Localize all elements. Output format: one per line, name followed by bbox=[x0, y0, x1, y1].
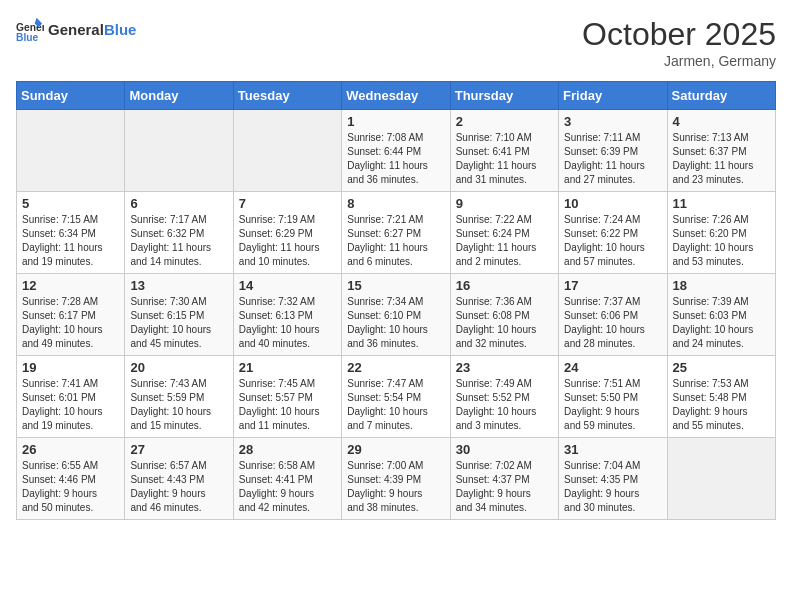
day-info: Sunrise: 7:53 AM Sunset: 5:48 PM Dayligh… bbox=[673, 377, 770, 433]
day-info: Sunrise: 7:11 AM Sunset: 6:39 PM Dayligh… bbox=[564, 131, 661, 187]
day-info: Sunrise: 6:55 AM Sunset: 4:46 PM Dayligh… bbox=[22, 459, 119, 515]
calendar-cell: 12Sunrise: 7:28 AM Sunset: 6:17 PM Dayli… bbox=[17, 274, 125, 356]
day-info: Sunrise: 7:49 AM Sunset: 5:52 PM Dayligh… bbox=[456, 377, 553, 433]
calendar-cell: 28Sunrise: 6:58 AM Sunset: 4:41 PM Dayli… bbox=[233, 438, 341, 520]
calendar-week-row: 12Sunrise: 7:28 AM Sunset: 6:17 PM Dayli… bbox=[17, 274, 776, 356]
calendar-cell: 14Sunrise: 7:32 AM Sunset: 6:13 PM Dayli… bbox=[233, 274, 341, 356]
calendar-cell: 10Sunrise: 7:24 AM Sunset: 6:22 PM Dayli… bbox=[559, 192, 667, 274]
logo: General Blue GeneralBlue bbox=[16, 16, 136, 44]
title-area: October 2025 Jarmen, Germany bbox=[582, 16, 776, 69]
calendar-cell: 3Sunrise: 7:11 AM Sunset: 6:39 PM Daylig… bbox=[559, 110, 667, 192]
day-number: 5 bbox=[22, 196, 119, 211]
calendar-cell: 31Sunrise: 7:04 AM Sunset: 4:35 PM Dayli… bbox=[559, 438, 667, 520]
day-info: Sunrise: 7:43 AM Sunset: 5:59 PM Dayligh… bbox=[130, 377, 227, 433]
day-info: Sunrise: 7:24 AM Sunset: 6:22 PM Dayligh… bbox=[564, 213, 661, 269]
calendar-cell: 23Sunrise: 7:49 AM Sunset: 5:52 PM Dayli… bbox=[450, 356, 558, 438]
calendar-cell: 9Sunrise: 7:22 AM Sunset: 6:24 PM Daylig… bbox=[450, 192, 558, 274]
calendar-cell: 20Sunrise: 7:43 AM Sunset: 5:59 PM Dayli… bbox=[125, 356, 233, 438]
calendar-cell: 26Sunrise: 6:55 AM Sunset: 4:46 PM Dayli… bbox=[17, 438, 125, 520]
calendar-cell: 15Sunrise: 7:34 AM Sunset: 6:10 PM Dayli… bbox=[342, 274, 450, 356]
calendar-cell: 17Sunrise: 7:37 AM Sunset: 6:06 PM Dayli… bbox=[559, 274, 667, 356]
page-header: General Blue GeneralBlue October 2025 Ja… bbox=[16, 16, 776, 69]
day-info: Sunrise: 7:22 AM Sunset: 6:24 PM Dayligh… bbox=[456, 213, 553, 269]
calendar-week-row: 1Sunrise: 7:08 AM Sunset: 6:44 PM Daylig… bbox=[17, 110, 776, 192]
day-info: Sunrise: 7:04 AM Sunset: 4:35 PM Dayligh… bbox=[564, 459, 661, 515]
logo-general: General bbox=[48, 21, 104, 38]
day-info: Sunrise: 7:02 AM Sunset: 4:37 PM Dayligh… bbox=[456, 459, 553, 515]
calendar-cell: 29Sunrise: 7:00 AM Sunset: 4:39 PM Dayli… bbox=[342, 438, 450, 520]
calendar-cell: 25Sunrise: 7:53 AM Sunset: 5:48 PM Dayli… bbox=[667, 356, 775, 438]
day-info: Sunrise: 7:39 AM Sunset: 6:03 PM Dayligh… bbox=[673, 295, 770, 351]
day-number: 17 bbox=[564, 278, 661, 293]
calendar-cell: 24Sunrise: 7:51 AM Sunset: 5:50 PM Dayli… bbox=[559, 356, 667, 438]
day-info: Sunrise: 7:36 AM Sunset: 6:08 PM Dayligh… bbox=[456, 295, 553, 351]
calendar-header-row: Sunday Monday Tuesday Wednesday Thursday… bbox=[17, 82, 776, 110]
day-number: 7 bbox=[239, 196, 336, 211]
day-info: Sunrise: 7:41 AM Sunset: 6:01 PM Dayligh… bbox=[22, 377, 119, 433]
calendar-cell bbox=[233, 110, 341, 192]
day-info: Sunrise: 7:37 AM Sunset: 6:06 PM Dayligh… bbox=[564, 295, 661, 351]
day-number: 18 bbox=[673, 278, 770, 293]
col-sunday: Sunday bbox=[17, 82, 125, 110]
day-number: 22 bbox=[347, 360, 444, 375]
day-number: 8 bbox=[347, 196, 444, 211]
calendar-cell: 1Sunrise: 7:08 AM Sunset: 6:44 PM Daylig… bbox=[342, 110, 450, 192]
calendar-week-row: 5Sunrise: 7:15 AM Sunset: 6:34 PM Daylig… bbox=[17, 192, 776, 274]
calendar-cell: 11Sunrise: 7:26 AM Sunset: 6:20 PM Dayli… bbox=[667, 192, 775, 274]
col-tuesday: Tuesday bbox=[233, 82, 341, 110]
day-info: Sunrise: 7:45 AM Sunset: 5:57 PM Dayligh… bbox=[239, 377, 336, 433]
month-title: October 2025 bbox=[582, 16, 776, 53]
day-number: 26 bbox=[22, 442, 119, 457]
logo-icon: General Blue bbox=[16, 16, 44, 44]
col-monday: Monday bbox=[125, 82, 233, 110]
calendar-cell: 18Sunrise: 7:39 AM Sunset: 6:03 PM Dayli… bbox=[667, 274, 775, 356]
day-number: 3 bbox=[564, 114, 661, 129]
day-number: 9 bbox=[456, 196, 553, 211]
day-info: Sunrise: 7:19 AM Sunset: 6:29 PM Dayligh… bbox=[239, 213, 336, 269]
day-info: Sunrise: 7:26 AM Sunset: 6:20 PM Dayligh… bbox=[673, 213, 770, 269]
day-number: 19 bbox=[22, 360, 119, 375]
day-info: Sunrise: 7:28 AM Sunset: 6:17 PM Dayligh… bbox=[22, 295, 119, 351]
day-number: 28 bbox=[239, 442, 336, 457]
calendar-cell: 30Sunrise: 7:02 AM Sunset: 4:37 PM Dayli… bbox=[450, 438, 558, 520]
day-info: Sunrise: 7:13 AM Sunset: 6:37 PM Dayligh… bbox=[673, 131, 770, 187]
calendar-week-row: 26Sunrise: 6:55 AM Sunset: 4:46 PM Dayli… bbox=[17, 438, 776, 520]
calendar-cell: 19Sunrise: 7:41 AM Sunset: 6:01 PM Dayli… bbox=[17, 356, 125, 438]
day-number: 23 bbox=[456, 360, 553, 375]
day-number: 14 bbox=[239, 278, 336, 293]
day-info: Sunrise: 7:15 AM Sunset: 6:34 PM Dayligh… bbox=[22, 213, 119, 269]
calendar-cell: 4Sunrise: 7:13 AM Sunset: 6:37 PM Daylig… bbox=[667, 110, 775, 192]
calendar-cell bbox=[17, 110, 125, 192]
calendar-cell bbox=[667, 438, 775, 520]
day-info: Sunrise: 6:58 AM Sunset: 4:41 PM Dayligh… bbox=[239, 459, 336, 515]
calendar-cell: 22Sunrise: 7:47 AM Sunset: 5:54 PM Dayli… bbox=[342, 356, 450, 438]
logo-blue: Blue bbox=[104, 21, 137, 38]
day-number: 30 bbox=[456, 442, 553, 457]
day-number: 24 bbox=[564, 360, 661, 375]
day-number: 12 bbox=[22, 278, 119, 293]
calendar-cell: 8Sunrise: 7:21 AM Sunset: 6:27 PM Daylig… bbox=[342, 192, 450, 274]
day-info: Sunrise: 7:47 AM Sunset: 5:54 PM Dayligh… bbox=[347, 377, 444, 433]
day-number: 29 bbox=[347, 442, 444, 457]
calendar-cell: 6Sunrise: 7:17 AM Sunset: 6:32 PM Daylig… bbox=[125, 192, 233, 274]
day-number: 20 bbox=[130, 360, 227, 375]
day-number: 25 bbox=[673, 360, 770, 375]
col-thursday: Thursday bbox=[450, 82, 558, 110]
day-info: Sunrise: 7:17 AM Sunset: 6:32 PM Dayligh… bbox=[130, 213, 227, 269]
day-number: 16 bbox=[456, 278, 553, 293]
col-wednesday: Wednesday bbox=[342, 82, 450, 110]
calendar-cell: 5Sunrise: 7:15 AM Sunset: 6:34 PM Daylig… bbox=[17, 192, 125, 274]
col-friday: Friday bbox=[559, 82, 667, 110]
calendar-cell: 21Sunrise: 7:45 AM Sunset: 5:57 PM Dayli… bbox=[233, 356, 341, 438]
day-info: Sunrise: 7:32 AM Sunset: 6:13 PM Dayligh… bbox=[239, 295, 336, 351]
calendar-table: Sunday Monday Tuesday Wednesday Thursday… bbox=[16, 81, 776, 520]
day-number: 31 bbox=[564, 442, 661, 457]
day-info: Sunrise: 7:21 AM Sunset: 6:27 PM Dayligh… bbox=[347, 213, 444, 269]
col-saturday: Saturday bbox=[667, 82, 775, 110]
day-number: 10 bbox=[564, 196, 661, 211]
day-number: 1 bbox=[347, 114, 444, 129]
calendar-cell: 13Sunrise: 7:30 AM Sunset: 6:15 PM Dayli… bbox=[125, 274, 233, 356]
day-info: Sunrise: 7:00 AM Sunset: 4:39 PM Dayligh… bbox=[347, 459, 444, 515]
location-subtitle: Jarmen, Germany bbox=[582, 53, 776, 69]
calendar-cell: 7Sunrise: 7:19 AM Sunset: 6:29 PM Daylig… bbox=[233, 192, 341, 274]
